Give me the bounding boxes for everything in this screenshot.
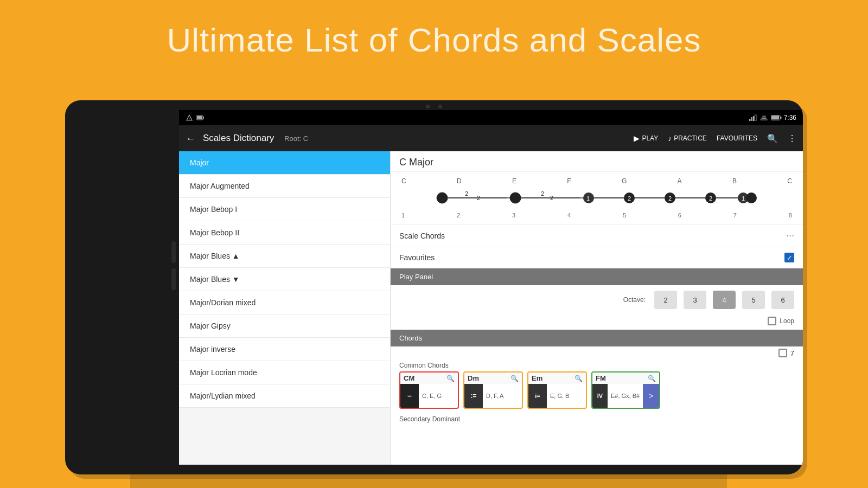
scale-item-major-blues-dn[interactable]: Major Blues ▼ bbox=[179, 268, 390, 291]
scale-notes-row: CDEF GABC bbox=[399, 177, 794, 185]
practice-button[interactable]: ♪ PRACTICE bbox=[668, 134, 707, 143]
chord-card-dm-body: := D, F, A bbox=[464, 384, 522, 408]
content-area: Major Major Augmented Major Bebop I Majo… bbox=[179, 151, 803, 465]
chord-card-em-header: Em 🔍 bbox=[528, 373, 586, 384]
favourites-button[interactable]: FAVOURITES bbox=[717, 134, 757, 142]
favourites-label: Favourites bbox=[399, 253, 435, 262]
chord-card-fm[interactable]: FM 🔍 IV E#, Gx, B# > bbox=[591, 371, 660, 409]
chords-header: Chords bbox=[391, 330, 803, 346]
more-button[interactable]: ⋮ bbox=[788, 133, 796, 144]
scale-item-major-lydian[interactable]: Major/Lydian mixed bbox=[179, 384, 390, 408]
volume-down-button[interactable] bbox=[171, 268, 176, 290]
play-panel-header: Play Panel bbox=[391, 268, 803, 285]
chords-count-checkbox[interactable] bbox=[778, 349, 787, 357]
chord-card-cm-header: CM 🔍 bbox=[400, 373, 458, 384]
chord-dm-name: Dm bbox=[468, 374, 479, 382]
scale-item-major[interactable]: Major bbox=[179, 151, 390, 175]
chord-dm-symbol: := bbox=[470, 392, 476, 400]
scale-item-major-dorian[interactable]: Major/Dorian mixed bbox=[179, 291, 390, 314]
chord-em-name: Em bbox=[532, 374, 542, 382]
svg-rect-8 bbox=[755, 115, 756, 121]
svg-rect-5 bbox=[749, 119, 751, 121]
tablet-frame: ! bbox=[65, 100, 803, 474]
right-panel: C Major CDEF GABC 2 bbox=[391, 151, 803, 465]
tablet-dot bbox=[438, 105, 442, 108]
chord-dm-search-icon[interactable]: 🔍 bbox=[510, 375, 519, 382]
favourites-checkbox[interactable]: ✓ bbox=[784, 253, 794, 262]
status-time: 7:36 bbox=[784, 114, 796, 121]
search-button[interactable]: 🔍 bbox=[767, 133, 778, 144]
chord-fm-visual: IV bbox=[592, 384, 608, 408]
status-bar-left: ! bbox=[186, 114, 204, 121]
tablet-camera-area bbox=[426, 105, 442, 108]
chord-fm-notes: E#, Gx, B# bbox=[608, 384, 643, 408]
chord-em-visual: i= bbox=[528, 384, 547, 408]
chord-cards-row: CM 🔍 – C, E, G Dm bbox=[391, 371, 803, 413]
scale-item-major-gipsy[interactable]: Major Gipsy bbox=[179, 314, 390, 338]
svg-text:1: 1 bbox=[586, 195, 590, 202]
status-bar-right: 7:36 bbox=[749, 114, 796, 121]
chord-fm-right: > bbox=[643, 384, 659, 408]
chord-fm-right-symbol: > bbox=[649, 391, 653, 400]
scale-diagram-svg: 2 2 1 2 bbox=[399, 187, 794, 209]
svg-text:2: 2 bbox=[709, 195, 712, 202]
more-icon: ⋮ bbox=[788, 133, 796, 144]
svg-text:2: 2 bbox=[628, 195, 631, 202]
octave-row: Octave: 2 3 4 5 6 bbox=[391, 285, 803, 314]
app-bar-actions: ▶ PLAY ♪ PRACTICE FAVOURITES 🔍 ⋮ bbox=[634, 133, 796, 144]
scale-item-major-inverse[interactable]: Major inverse bbox=[179, 338, 390, 361]
octave-2-button[interactable]: 2 bbox=[654, 291, 677, 309]
chord-card-fm-body: IV E#, Gx, B# > bbox=[592, 384, 659, 408]
svg-text:2: 2 bbox=[465, 191, 468, 197]
warning-icon: ! bbox=[186, 114, 193, 121]
svg-rect-7 bbox=[753, 116, 755, 121]
back-button[interactable]: ← bbox=[186, 132, 196, 145]
svg-rect-9 bbox=[761, 119, 767, 120]
octave-5-button[interactable]: 5 bbox=[742, 291, 765, 309]
octave-6-button[interactable]: 6 bbox=[771, 291, 794, 309]
volume-up-button[interactable] bbox=[171, 241, 176, 263]
svg-rect-13 bbox=[780, 117, 782, 119]
svg-point-16 bbox=[437, 192, 448, 203]
app-bar: ← Scales Dictionary Root: C ▶ PLAY ♪ PRA… bbox=[179, 125, 803, 151]
chord-card-cm[interactable]: CM 🔍 – C, E, G bbox=[399, 371, 459, 409]
octave-3-button[interactable]: 3 bbox=[684, 291, 706, 309]
signal-icon bbox=[749, 114, 758, 121]
scale-item-major-blues-up[interactable]: Major Blues ▲ bbox=[179, 245, 390, 268]
chord-cm-visual: – bbox=[400, 384, 419, 408]
svg-point-36 bbox=[746, 192, 757, 203]
chord-fm-search-icon[interactable]: 🔍 bbox=[648, 375, 656, 382]
chord-card-dm[interactable]: Dm 🔍 := D, F, A bbox=[463, 371, 523, 409]
svg-rect-6 bbox=[751, 117, 752, 121]
chord-card-fm-header: FM 🔍 bbox=[592, 373, 659, 384]
scale-item-major-locrian[interactable]: Major Locrian mode bbox=[179, 361, 390, 384]
svg-text:2: 2 bbox=[541, 191, 544, 197]
svg-rect-3 bbox=[203, 117, 204, 119]
loop-checkbox[interactable] bbox=[768, 317, 776, 325]
scales-list: Major Major Augmented Major Bebop I Majo… bbox=[179, 151, 391, 465]
wifi-icon bbox=[760, 114, 769, 121]
svg-rect-4 bbox=[197, 116, 202, 119]
chord-cm-search-icon[interactable]: 🔍 bbox=[446, 375, 455, 382]
secondary-dominant-label: Secondary Dominant bbox=[391, 413, 803, 424]
favourites-row: Favourites ✓ bbox=[391, 247, 803, 268]
music-icon: ♪ bbox=[668, 134, 672, 143]
play-button[interactable]: ▶ PLAY bbox=[634, 134, 658, 143]
octave-4-button[interactable]: 4 bbox=[713, 291, 736, 309]
scale-item-major-augmented[interactable]: Major Augmented bbox=[179, 175, 390, 198]
scale-item-major-bebop-i[interactable]: Major Bebop I bbox=[179, 198, 390, 221]
chords-count: 7 bbox=[790, 349, 794, 357]
chord-em-notes: E, G, B bbox=[547, 384, 572, 408]
chord-em-search-icon[interactable]: 🔍 bbox=[575, 375, 583, 382]
scale-chords-row: Scale Chords ··· bbox=[391, 224, 803, 247]
battery-icon-right bbox=[771, 114, 782, 121]
search-icon: 🔍 bbox=[767, 133, 778, 144]
scale-item-major-bebop-ii[interactable]: Major Bebop II bbox=[179, 221, 390, 245]
chord-card-em-body: i= E, G, B bbox=[528, 384, 586, 408]
chord-card-em[interactable]: Em 🔍 i= E, G, B bbox=[527, 371, 587, 409]
chord-cm-notes: C, E, G bbox=[419, 384, 445, 408]
chord-dm-visual: := bbox=[464, 384, 483, 408]
svg-text:1: 1 bbox=[742, 195, 745, 202]
scale-numbers-row: 1234 5678 bbox=[399, 212, 794, 219]
scale-chords-more-button[interactable]: ··· bbox=[786, 230, 794, 241]
